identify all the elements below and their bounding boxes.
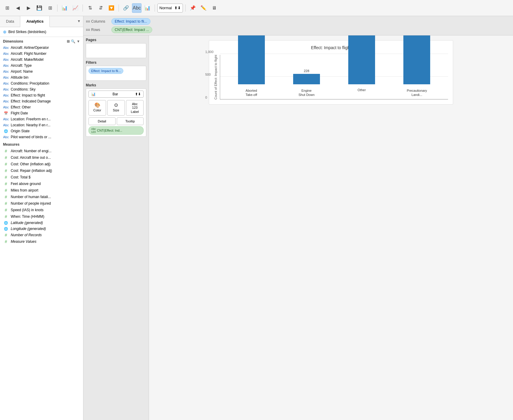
dimension-item[interactable]: Abc Aircraft: Make/Model — [1, 57, 82, 63]
marks-color-btn[interactable]: 🎨 Color — [88, 100, 106, 116]
dim-label: Aircraft: Type — [11, 63, 32, 68]
toolbar-copy-btn[interactable]: ⊞ — [45, 3, 55, 13]
separator-3 — [119, 4, 119, 12]
toolbar-back-btn[interactable]: ◀ — [13, 3, 23, 13]
measure-icon: 🌐 — [3, 221, 9, 225]
dim-icon: Abc — [3, 94, 9, 97]
data-source-name: Bird Strikes (birdstrikes) — [8, 30, 46, 34]
marks-tooltip-btn[interactable]: Tooltip — [117, 117, 144, 125]
bar[interactable] — [348, 35, 375, 84]
toolbar-filter-btn[interactable]: 🔽 — [107, 3, 116, 13]
pages-title: Pages — [86, 38, 146, 42]
dimension-item[interactable]: Abc Pilot warned of birds or ... — [1, 134, 82, 140]
measure-item[interactable]: #Cost: Aircraft time out o... — [1, 154, 82, 161]
measure-item[interactable]: 🌐Latitude (generated) — [1, 220, 82, 226]
measure-item[interactable]: #Measure Values — [1, 238, 82, 245]
toolbar-save-btn[interactable]: 💾 — [35, 3, 44, 13]
dimensions-grid-icon[interactable]: ⊞ — [67, 39, 70, 43]
measure-item[interactable]: 🌐Longitude (generated) — [1, 226, 82, 232]
toolbar-grid-btn[interactable]: ⊞ — [2, 3, 12, 13]
dimension-item[interactable]: Abc Conditions: Sky — [1, 86, 82, 92]
toolbar-forward-btn[interactable]: ▶ — [24, 3, 33, 13]
dimension-item[interactable]: Abc Effect: Impact to flight — [1, 92, 82, 98]
dim-icon: Abc — [3, 58, 9, 61]
shelf-area: ≡≡ Columns Effect: Impact to fli... ≡≡ R… — [83, 16, 513, 35]
measure-item[interactable]: #Aircraft: Number of engi... — [1, 148, 82, 154]
toolbar-chart2-btn[interactable]: 📊 — [143, 3, 152, 13]
tab-analytics[interactable]: Analytics — [20, 16, 50, 27]
dimensions-chevron-icon[interactable]: ▼ — [77, 39, 80, 43]
dimension-item[interactable]: Abc Location: Freeform en r... — [1, 116, 82, 122]
y-axis-label: Count of Effect: Impact to flight — [214, 55, 217, 99]
dim-icon: Abc — [3, 117, 9, 121]
grid-line: 0 — [220, 99, 448, 99]
dim-icon: Abc — [3, 99, 9, 103]
measure-item[interactable]: #Cost: Other (inflation adj) — [1, 161, 82, 167]
panel-tab-arrow[interactable]: ▼ — [75, 16, 83, 27]
tab-data[interactable]: Data — [0, 16, 20, 27]
dim-label: Altitude bin — [11, 75, 28, 80]
measure-item[interactable]: #Miles from airport — [1, 187, 82, 194]
dim-icon: 📅 — [3, 111, 9, 115]
detail-tooltip-row: Detail Tooltip — [88, 117, 144, 125]
measure-label: Longitude (generated) — [11, 227, 46, 231]
measure-label: Cost: Total $ — [11, 175, 30, 179]
marks-label-btn[interactable]: Abc123 Label — [126, 100, 144, 116]
bar[interactable] — [293, 74, 320, 84]
normal-dropdown[interactable]: Normal ⬆⬇ — [157, 4, 183, 13]
filter-pill[interactable]: Effect: Impact to fli... — [88, 68, 123, 74]
bar[interactable] — [403, 35, 430, 84]
dimension-item[interactable]: Abc Effect: Other — [1, 104, 82, 110]
dimension-item[interactable]: Abc Aircraft: Flight Number — [1, 51, 82, 57]
measure-item[interactable]: #When: Time (HHMM) — [1, 213, 82, 220]
dimension-item[interactable]: 🌐 Origin State — [1, 128, 82, 134]
data-source[interactable]: ⊕ Bird Strikes (birdstrikes) — [0, 27, 83, 37]
dropdown-arrow: ⬆⬇ — [174, 6, 181, 10]
measure-item[interactable]: #Number of human fatali... — [1, 194, 82, 200]
dimension-item[interactable]: Abc Aircraft: Type — [1, 63, 82, 69]
filters-content[interactable]: Effect: Impact to fli... — [86, 66, 146, 81]
dimension-item[interactable]: 📅 Flight Date — [1, 110, 82, 116]
dim-label: Effect: Indicated Damage — [11, 99, 51, 103]
columns-pill[interactable]: Effect: Impact to fli... — [111, 18, 150, 25]
dim-label: Flight Date — [11, 111, 28, 115]
measure-item[interactable]: #Feet above ground — [1, 181, 82, 187]
dimension-item[interactable]: Abc Altitude bin — [1, 74, 82, 80]
dimensions-search-icon[interactable]: 🔍 — [71, 39, 75, 43]
dimension-item[interactable]: Abc Airport: Name — [1, 69, 82, 74]
bar[interactable] — [238, 35, 265, 84]
marks-dropdown-arrow: ⬆⬇ — [135, 92, 141, 96]
dimension-item[interactable]: Abc Aircraft: Airline/Operator — [1, 45, 82, 51]
measure-item[interactable]: #Cost: Repair (inflation adj) — [1, 167, 82, 174]
toolbar-monitor-btn[interactable]: 🖥 — [209, 3, 219, 13]
rows-pill[interactable]: CNT(Effect: Impact ... — [111, 27, 152, 33]
bar-x-label: Other — [348, 88, 375, 92]
toolbar-link-btn[interactable]: 🔗 — [121, 3, 131, 13]
toolbar-sort2-btn[interactable]: ⇵ — [96, 3, 105, 13]
toolbar-chart-btn[interactable]: 📊 — [60, 3, 69, 13]
dim-icon: Abc — [3, 135, 9, 139]
toolbar-pin-btn[interactable]: 📌 — [188, 3, 198, 13]
toolbar-pen-btn[interactable]: ✏️ — [199, 3, 208, 13]
dimension-item[interactable]: Abc Effect: Indicated Damage — [1, 98, 82, 104]
cnt-pill[interactable]: Abc123 CNT(Effect: Ind... — [88, 126, 144, 135]
toolbar-sort-btn[interactable]: ⇅ — [85, 3, 95, 13]
measure-item[interactable]: #Speed (IAS) in knots — [1, 207, 82, 213]
measure-label: Cost: Aircraft time out o... — [11, 155, 51, 160]
chart-plot: 05001,0001,5002,0002,5003,0003,5001,300A… — [220, 55, 448, 99]
separator-4 — [155, 4, 155, 12]
marks-detail-btn[interactable]: Detail — [88, 117, 116, 125]
dimension-item[interactable]: Abc Conditions: Precipitation — [1, 80, 82, 86]
measure-item[interactable]: #Cost: Total $ — [1, 174, 82, 181]
dimension-item[interactable]: Abc Location: Nearby if en r... — [1, 122, 82, 128]
toolbar-abc-btn[interactable]: Abc — [132, 3, 142, 13]
marks-size-btn[interactable]: ⊙ Size — [107, 100, 125, 116]
measure-item[interactable]: #Number of Records — [1, 232, 82, 238]
measure-icon: # — [3, 175, 9, 180]
marks-type-dropdown[interactable]: 📊 Bar ⬆⬇ — [88, 91, 144, 98]
right-area: ≡≡ Columns Effect: Impact to fli... ≡≡ R… — [83, 16, 513, 420]
measure-item[interactable]: #Number of people injured — [1, 200, 82, 207]
toolbar-bar-btn[interactable]: 📈 — [71, 3, 80, 13]
measures-header: Measures — [0, 140, 83, 148]
dimensions-list: Abc Aircraft: Airline/Operator Abc Aircr… — [0, 45, 83, 140]
